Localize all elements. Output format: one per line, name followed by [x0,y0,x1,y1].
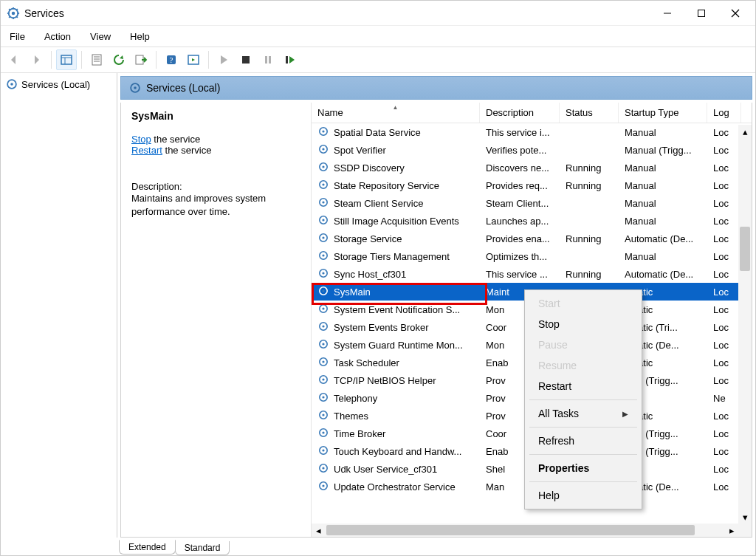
service-startup-cell: Manual [619,216,707,227]
ctx-pause[interactable]: Pause [525,334,642,355]
service-row[interactable]: Sync Host_cf301This service ...RunningAu… [312,265,752,283]
service-name-cell: Spatial Data Service [334,127,421,138]
service-startup-cell: Manual [619,251,707,262]
service-name-cell: SSDP Discovery [334,162,405,174]
stop-link[interactable]: Stop [131,134,151,145]
service-name-cell: TCP/IP NetBIOS Helper [334,375,436,386]
back-button[interactable] [4,49,24,70]
svg-point-62 [322,378,324,380]
vertical-scrollbar[interactable]: ▴ ▾ [738,125,752,524]
export-button[interactable] [131,49,151,70]
pause-service-button[interactable] [258,49,278,70]
svg-point-36 [322,148,324,150]
scroll-right-icon[interactable]: ▸ [725,524,738,537]
menu-action[interactable]: Action [41,30,74,44]
action-pane-button[interactable] [183,49,204,70]
ctx-restart[interactable]: Restart [525,376,642,397]
service-logon-cell: Loc [707,127,741,138]
ctx-stop[interactable]: Stop [525,314,642,334]
horizontal-scrollbar[interactable]: ◂ ▸ [312,524,738,537]
menu-view[interactable]: View [87,30,114,44]
properties-button[interactable] [86,49,107,70]
ctx-all-tasks[interactable]: All Tasks▶ [525,403,642,424]
menu-help[interactable]: Help [127,30,153,44]
service-row[interactable]: State Repository ServiceProvides req...R… [312,176,752,194]
service-startup-cell: Automatic (De... [619,269,707,280]
svg-point-46 [322,236,324,238]
window-title: Services [24,7,650,19]
service-status-cell: Running [560,269,619,280]
hscroll-thumb[interactable] [326,525,695,535]
restart-link[interactable]: Restart [131,145,162,156]
maximize-button[interactable] [684,2,718,24]
svg-point-50 [322,272,324,274]
service-row[interactable]: Storage Tiers ManagementOptimizes th...M… [312,247,752,265]
help-button[interactable]: ? [161,49,182,70]
svg-point-44 [322,219,324,221]
service-logon-cell: Loc [707,198,741,209]
minimize-button[interactable] [650,2,684,24]
svg-point-56 [322,325,324,327]
service-name-cell: System Event Notification S... [334,304,460,315]
svg-point-66 [322,413,324,416]
tab-extended[interactable]: Extended [119,540,176,555]
gear-icon [317,232,331,245]
submenu-arrow-icon: ▶ [622,410,628,418]
column-description[interactable]: Description [480,103,560,123]
close-button[interactable] [718,2,752,24]
tree-item-label: Services (Local) [21,79,90,90]
service-name-cell: Still Image Acquisition Events [334,216,459,227]
service-row[interactable]: Storage ServiceProvides ena...RunningAut… [312,230,752,247]
service-startup-cell: Manual [619,127,707,138]
service-startup-cell: Manual [619,198,707,209]
refresh-button[interactable] [109,49,129,70]
tree-item-services-local[interactable]: Services (Local) [2,76,115,92]
column-name[interactable]: Name▲ [312,103,480,123]
service-row[interactable]: Spatial Data ServiceThis service i...Man… [312,123,752,141]
ctx-start[interactable]: Start [525,293,642,314]
app-gear-icon [7,7,20,20]
service-logon-cell: Loc [707,340,741,351]
svg-line-6 [9,9,10,10]
menu-file[interactable]: File [7,30,28,44]
gear-icon [317,250,331,263]
service-name-cell: Storage Tiers Management [334,251,450,262]
ctx-refresh[interactable]: Refresh [525,430,642,451]
ctx-properties[interactable]: Properties [525,458,642,478]
column-status[interactable]: Status [560,103,619,123]
restart-service-button[interactable] [280,49,300,70]
service-startup-cell: Manual (Trigg... [619,145,707,156]
service-desc-cell: Verifies pote... [480,145,560,156]
scroll-thumb[interactable] [740,227,750,271]
svg-point-42 [322,201,324,203]
service-logon-cell: Loc [707,251,741,262]
description-text: Maintains and improves system performanc… [131,192,300,218]
scroll-down-icon[interactable]: ▾ [738,510,752,524]
gear-icon [317,196,331,210]
column-startup-type[interactable]: Startup Type [619,103,707,123]
svg-rect-17 [92,55,101,65]
service-row[interactable]: SSDP DiscoveryDiscovers ne...RunningManu… [312,159,752,176]
ctx-help[interactable]: Help [525,485,642,506]
column-logon[interactable]: Log [707,103,741,123]
sort-ascending-icon: ▲ [393,104,399,111]
scroll-up-icon[interactable]: ▴ [738,125,752,138]
gear-icon [317,214,331,227]
svg-point-30 [10,83,13,86]
service-row[interactable]: Still Image Acquisition EventsLaunches a… [312,212,752,230]
service-row[interactable]: Steam Client ServiceSteam Client...Manua… [312,194,752,212]
ctx-resume[interactable]: Resume [525,355,642,376]
toolbar: ? [1,47,755,73]
show-hide-tree-button[interactable] [56,49,77,70]
service-name-cell: Touch Keyboard and Handw... [334,446,461,457]
service-name-cell: Sync Host_cf301 [334,269,406,280]
forward-button[interactable] [26,49,47,70]
stop-service-button[interactable] [236,49,256,70]
service-logon-cell: Loc [707,304,741,315]
service-row[interactable]: Spot VerifierVerifies pote...Manual (Tri… [312,141,752,159]
start-service-button[interactable] [213,49,234,70]
scroll-left-icon[interactable]: ◂ [312,524,325,537]
service-list-pane: Name▲ Description Status Startup Type Lo… [312,103,752,537]
tab-standard[interactable]: Standard [175,541,230,555]
service-desc-cell: This service i... [480,127,560,138]
